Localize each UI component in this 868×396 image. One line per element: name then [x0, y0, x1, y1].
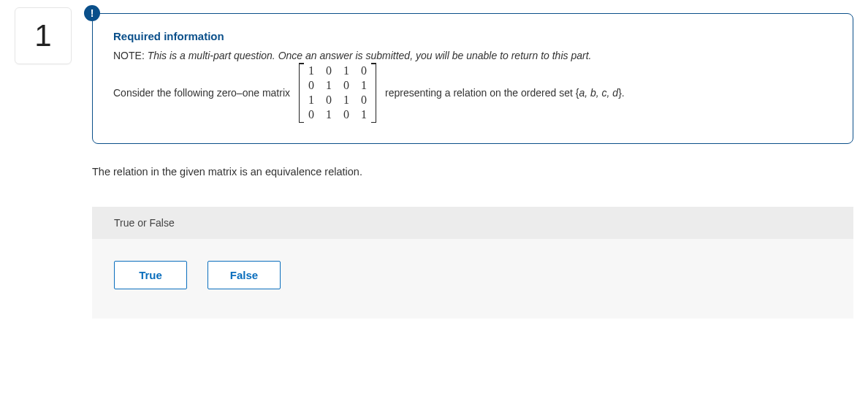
- bracket-right-icon: [372, 63, 376, 123]
- note-text: This is a multi-part question. Once an a…: [148, 50, 592, 61]
- matrix-cell: 1: [325, 79, 332, 92]
- answer-header: True or False: [92, 207, 853, 239]
- matrix-cell: 0: [343, 79, 350, 92]
- answer-options: True False: [92, 239, 853, 289]
- matrix-cell: 1: [308, 94, 315, 107]
- matrix-cell: 1: [360, 108, 368, 121]
- matrix-cell: 0: [325, 64, 332, 77]
- matrix-cell: 1: [308, 64, 315, 77]
- post-matrix-text-2: }.: [618, 87, 625, 99]
- matrix-cell: 0: [308, 108, 315, 121]
- required-heading: Required information: [113, 30, 832, 42]
- question-number: 1: [15, 7, 72, 64]
- post-matrix-text: representing a relation on the ordered s…: [385, 87, 625, 99]
- note-line: NOTE: This is a multi-part question. Onc…: [113, 50, 832, 61]
- matrix-cell: 0: [325, 94, 332, 107]
- matrix-cell: 1: [325, 108, 332, 121]
- ordered-set: a, b, c, d: [579, 87, 618, 99]
- true-button[interactable]: True: [114, 261, 187, 289]
- matrix-cell: 1: [343, 94, 350, 107]
- matrix-cell: 0: [360, 94, 368, 107]
- bracket-left-icon: [299, 63, 303, 123]
- matrix-cell: 0: [308, 79, 315, 92]
- matrix: 1 0 1 0 0 1 0 1 1 0 1 0 0 1 0: [299, 63, 376, 123]
- post-matrix-text-1: representing a relation on the ordered s…: [385, 87, 579, 99]
- alert-icon: !: [84, 5, 100, 21]
- matrix-cell: 1: [360, 79, 368, 92]
- note-label: NOTE:: [113, 50, 145, 61]
- pre-matrix-text: Consider the following zero–one matrix: [113, 87, 290, 99]
- answer-block: True or False True False: [92, 207, 853, 319]
- required-info-box: ! Required information NOTE: This is a m…: [92, 13, 853, 144]
- matrix-cell: 0: [343, 108, 350, 121]
- matrix-line: Consider the following zero–one matrix 1…: [113, 63, 832, 123]
- false-button[interactable]: False: [208, 261, 281, 289]
- matrix-grid: 1 0 1 0 0 1 0 1 1 0 1 0 0 1 0: [303, 63, 372, 123]
- matrix-cell: 0: [360, 64, 368, 77]
- matrix-cell: 1: [343, 64, 350, 77]
- question-statement: The relation in the given matrix is an e…: [92, 166, 853, 178]
- question-body: ! Required information NOTE: This is a m…: [92, 7, 853, 319]
